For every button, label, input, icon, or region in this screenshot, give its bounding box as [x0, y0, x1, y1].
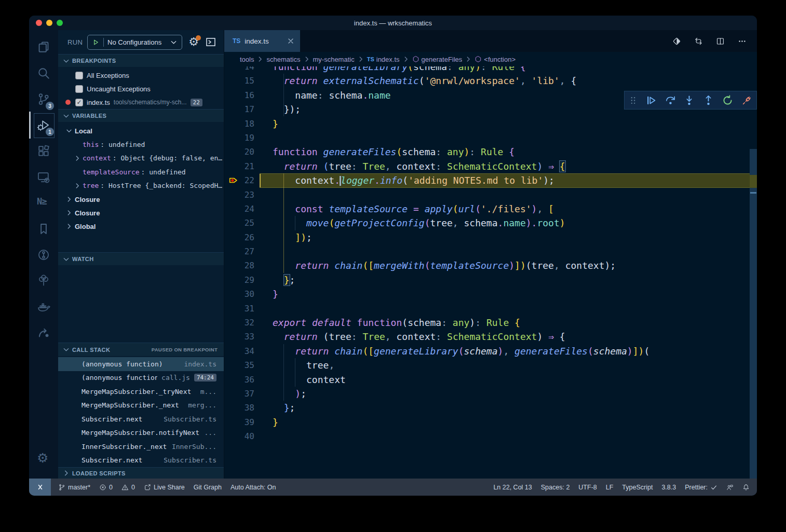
activity-item-docker[interactable]: [29, 294, 58, 320]
code-line-29[interactable]: 29 };: [224, 273, 757, 287]
breakpoints-header[interactable]: BREAKPOINTS: [58, 54, 224, 67]
code-editor[interactable]: 14function generateLibrary(schema: any):…: [224, 66, 757, 479]
code-line-33[interactable]: 33 return (tree: Tree, context: Schemati…: [224, 330, 757, 344]
configure-gear-button[interactable]: ⚙: [187, 36, 200, 48]
line-number[interactable]: 14: [224, 66, 260, 74]
code-line-37[interactable]: 37 );: [224, 387, 757, 401]
editor-scrollbar[interactable]: [750, 66, 757, 479]
code-line-19[interactable]: 19: [224, 131, 757, 145]
status-item-warnings[interactable]: 0: [121, 484, 135, 491]
activity-item-source-control[interactable]: 3: [29, 86, 58, 112]
code-line-14[interactable]: 14function generateLibrary(schema: any):…: [224, 66, 757, 74]
breadcrumb-item-2[interactable]: my-schematic: [313, 56, 355, 63]
variable-row-this[interactable]: this: undefined: [58, 138, 224, 152]
line-number[interactable]: 22: [224, 173, 260, 187]
status-item-notifications[interactable]: [742, 484, 750, 491]
line-number[interactable]: 29: [224, 273, 260, 287]
variable-row-tree[interactable]: tree: HostTree {_backend: ScopedH…: [58, 179, 224, 193]
line-number[interactable]: 28: [224, 258, 260, 272]
line-number[interactable]: 32: [224, 316, 260, 330]
code-line-24[interactable]: 24 const templateSource = apply(url('./f…: [224, 202, 757, 216]
stack-frame[interactable]: MergeMapSubscriber._tryNextm...: [58, 385, 224, 399]
code-line-15[interactable]: 15 return externalSchematic('@nrwl/works…: [224, 74, 757, 88]
debug-console-button[interactable]: [205, 36, 216, 48]
watch-header[interactable]: WATCH: [58, 252, 224, 265]
line-number[interactable]: 26: [224, 230, 260, 244]
step-into-button[interactable]: [684, 95, 695, 106]
status-item-git-graph[interactable]: Git Graph: [194, 484, 222, 491]
restart-button[interactable]: [722, 95, 733, 106]
code-line-38[interactable]: 38 };: [224, 401, 757, 415]
line-number[interactable]: 19: [224, 131, 260, 145]
tab-index-ts[interactable]: TS index.ts: [224, 30, 300, 52]
stack-frame[interactable]: MergeMapSubscriber.notifyNext...: [58, 426, 224, 440]
line-number[interactable]: 31: [224, 302, 260, 316]
status-item-encoding[interactable]: UTF-8: [578, 484, 597, 491]
breadcrumb-item-1[interactable]: schematics: [266, 56, 300, 63]
activity-item-nx-console[interactable]: N≥: [29, 190, 58, 216]
code-line-31[interactable]: 31: [224, 302, 757, 316]
activity-item-search[interactable]: [29, 60, 58, 86]
status-item-cursor-position[interactable]: Ln 22, Col 13: [493, 484, 532, 491]
call-stack-header[interactable]: CALL STACK PAUSED ON BREAKPOINT: [58, 343, 224, 356]
scrollbar-slider[interactable]: [750, 149, 757, 479]
activity-item-remote-explorer[interactable]: [29, 164, 58, 190]
remote-indicator[interactable]: [29, 479, 51, 496]
line-number[interactable]: 30: [224, 287, 260, 301]
status-item-eol[interactable]: LF: [606, 484, 614, 491]
stack-frame[interactable]: Subscriber.nextSubscriber.ts: [58, 454, 224, 468]
activity-item-bookmarks[interactable]: [29, 216, 58, 242]
code-line-28[interactable]: 28 return chain([mergeWith(templateSourc…: [224, 258, 757, 272]
open-changes-button[interactable]: [672, 37, 681, 46]
stack-frame[interactable]: Subscriber.nextSubscriber.ts: [58, 412, 224, 426]
disconnect-button[interactable]: [741, 95, 752, 106]
line-number[interactable]: 37: [224, 387, 260, 401]
code-line-40[interactable]: 40: [224, 429, 757, 443]
activity-item-live-share[interactable]: [29, 320, 58, 346]
line-number[interactable]: 16: [224, 88, 260, 102]
variable-scope-closure[interactable]: Closure: [58, 193, 224, 206]
variables-header[interactable]: VARIABLES: [58, 109, 224, 122]
breakpoint-row[interactable]: ✓index.tstools/schematics/my-sch...22: [58, 96, 224, 109]
line-number[interactable]: 38: [224, 401, 260, 415]
code-line-18[interactable]: 18}: [224, 117, 757, 131]
activity-item-gitlens[interactable]: [29, 242, 58, 268]
line-number[interactable]: 15: [224, 74, 260, 88]
breadcrumb-item-5[interactable]: <function>: [475, 56, 516, 63]
step-out-button[interactable]: [703, 95, 714, 106]
checkbox[interactable]: [75, 72, 83, 79]
variable-scope-closure[interactable]: Closure: [58, 206, 224, 220]
start-debugging-icon[interactable]: [92, 38, 100, 46]
line-number[interactable]: 34: [224, 344, 260, 358]
code-line-22[interactable]: 22 context.logger.info('adding NOTES.md …: [224, 173, 757, 187]
breadcrumb-item-4[interactable]: generateFiles: [412, 56, 463, 63]
stack-frame[interactable]: MergeMapSubscriber._nextmerg...: [58, 399, 224, 413]
stack-frame[interactable]: InnerSubscriber._nextInnerSub...: [58, 440, 224, 454]
line-number[interactable]: 39: [224, 415, 260, 429]
line-number[interactable]: 20: [224, 145, 260, 159]
step-over-button[interactable]: [665, 95, 676, 106]
line-number[interactable]: 36: [224, 373, 260, 387]
close-tab-icon[interactable]: [287, 37, 295, 45]
run-config-dropdown[interactable]: No Configurations: [87, 35, 182, 50]
status-item-feedback[interactable]: [726, 484, 734, 491]
toolbar-drag-handle[interactable]: [629, 96, 638, 105]
status-item-auto-attach[interactable]: Auto Attach: On: [231, 484, 276, 491]
current-breakpoint-icon[interactable]: [228, 175, 238, 185]
variable-scope-local[interactable]: Local: [58, 124, 224, 138]
line-number[interactable]: 35: [224, 358, 260, 372]
breadcrumb-item-3[interactable]: TSindex.ts: [367, 56, 400, 63]
activity-item-explorer[interactable]: [29, 34, 58, 60]
status-item-live-share[interactable]: Live Share: [144, 484, 185, 491]
line-number[interactable]: 18: [224, 117, 260, 131]
activity-item-test-explorer[interactable]: [29, 268, 58, 294]
activity-item-extensions[interactable]: [29, 138, 58, 164]
status-item-git-branch[interactable]: master*: [58, 484, 90, 491]
code-line-20[interactable]: 20function generateFiles(schema: any): R…: [224, 145, 757, 159]
line-number[interactable]: 33: [224, 330, 260, 344]
variable-row-context[interactable]: context: Object {debug: false, en…: [58, 152, 224, 166]
code-line-34[interactable]: 34 return chain([generateLibrary(schema)…: [224, 344, 757, 358]
activity-item-settings[interactable]: ⚙: [29, 445, 58, 471]
continue-button[interactable]: [646, 95, 657, 106]
activity-item-run-and-debug[interactable]: 1: [29, 112, 58, 138]
